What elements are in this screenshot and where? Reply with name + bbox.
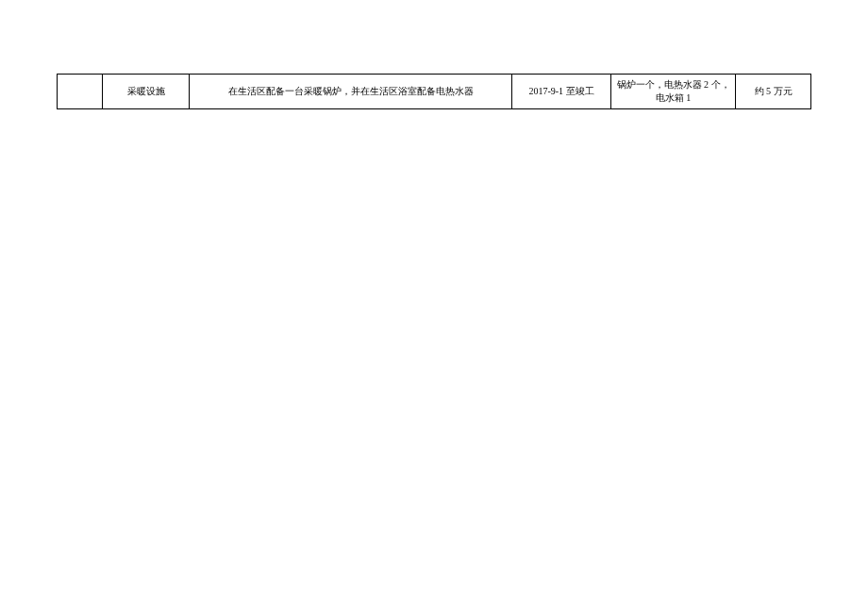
cell-quantity: 锅炉一个，电热水器 2 个，电水箱 1 <box>611 75 736 109</box>
cell-item-name: 采暖设施 <box>103 75 190 109</box>
table-row: 采暖设施 在生活区配备一台采暖锅炉，并在生活区浴室配备电热水器 2017-9-1… <box>58 75 811 109</box>
table-container: 采暖设施 在生活区配备一台采暖锅炉，并在生活区浴室配备电热水器 2017-9-1… <box>57 74 811 109</box>
cell-cost: 约 5 万元 <box>736 75 811 109</box>
data-table: 采暖设施 在生活区配备一台采暖锅炉，并在生活区浴室配备电热水器 2017-9-1… <box>57 74 811 109</box>
cell-index <box>58 75 103 109</box>
cell-date-range: 2017-9-1 至竣工 <box>512 75 611 109</box>
cell-description: 在生活区配备一台采暖锅炉，并在生活区浴室配备电热水器 <box>190 75 512 109</box>
